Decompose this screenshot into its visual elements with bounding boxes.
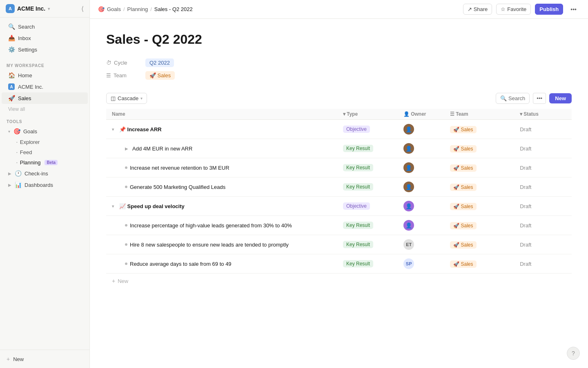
type-badge: Objective: [343, 126, 370, 133]
cell-team: 🚀 Sales: [446, 197, 516, 216]
add-new-row[interactable]: + New: [106, 274, 572, 288]
sidebar-item-feed[interactable]: • Feed: [2, 147, 88, 157]
table-row[interactable]: ▶Add 4M EUR in new ARRKey Result👤🚀 Sales…: [106, 139, 572, 158]
table-row[interactable]: Hire 8 new salespeople to ensure new lea…: [106, 235, 572, 254]
team-tag: 🚀 Sales: [450, 203, 476, 210]
cell-status: Draft: [516, 158, 572, 177]
dot-icon: •: [16, 140, 18, 144]
status-badge: Draft: [520, 203, 531, 209]
sidebar-item-view-all[interactable]: View all: [2, 104, 88, 114]
row-name[interactable]: 📈 Speed up deal velocity: [119, 203, 185, 209]
topbar-actions: ↗ Share ☆ Favorite Publish •••: [463, 4, 580, 15]
expand-icon[interactable]: ▾: [112, 127, 117, 132]
sidebar-new-button[interactable]: + New: [0, 353, 89, 365]
sidebar-footer: + New: [0, 350, 89, 368]
cell-type: Key Result: [339, 235, 399, 254]
favorite-button[interactable]: ☆ Favorite: [496, 4, 531, 15]
breadcrumb-sep-1: /: [123, 6, 125, 12]
col-header-team: ☰Team: [446, 109, 516, 120]
help-button[interactable]: ?: [567, 347, 580, 360]
row-name[interactable]: Generate 500 Marketing Qualified Leads: [130, 184, 225, 190]
expand-icon: ▶: [8, 171, 11, 176]
avatar: 👤: [403, 182, 414, 192]
sidebar-item-settings[interactable]: ⚙️ Settings: [2, 44, 88, 55]
cell-team: 🚀 Sales: [446, 254, 516, 274]
row-name[interactable]: Add 4M EUR in new ARR: [132, 146, 192, 152]
cascade-button[interactable]: ◫ Cascade ▾: [106, 93, 147, 104]
page-meta: ⏱ Cycle Q2 2022 ☰ Team 🚀 Sales: [106, 58, 572, 80]
breadcrumb-goals-icon: 🎯: [98, 6, 105, 12]
type-filter-icon: ▾: [343, 111, 345, 117]
cell-team: 🚀 Sales: [446, 158, 516, 177]
breadcrumb-goals[interactable]: Goals: [107, 6, 121, 12]
sidebar-collapse-button[interactable]: ⟨: [81, 5, 84, 13]
chevron-down-icon: ▾: [8, 129, 10, 134]
goals-icon: 🎯: [13, 128, 20, 135]
cycle-icon: ⏱: [106, 60, 111, 66]
meta-cycle-row: ⏱ Cycle Q2 2022: [106, 58, 572, 67]
sidebar-item-check-ins[interactable]: ▶ 🕐 Check-ins: [2, 168, 88, 179]
cell-status: Draft: [516, 139, 572, 158]
expand-icon[interactable]: ▶: [125, 146, 130, 151]
share-icon: ↗: [468, 6, 472, 12]
cell-type: Key Result: [339, 158, 399, 177]
cell-name: Generate 500 Marketing Qualified Leads: [106, 177, 339, 197]
sidebar-item-planning[interactable]: • Planning Beta: [2, 157, 88, 168]
my-workspace-label: MY WORKSPACE: [0, 58, 89, 70]
cell-team: 🚀 Sales: [446, 177, 516, 197]
table-row[interactable]: Increase net revenue retention to 3M EUR…: [106, 158, 572, 177]
sidebar-item-acme[interactable]: A ACME Inc.: [2, 81, 88, 92]
cell-owner: SP: [399, 254, 446, 274]
expand-icon[interactable]: ▾: [112, 204, 117, 209]
share-button[interactable]: ↗ Share: [463, 4, 492, 15]
acme-icon: A: [8, 83, 15, 90]
row-name[interactable]: 📌 Increase ARR: [119, 126, 162, 132]
table-row[interactable]: ▾📈 Speed up deal velocityObjective👤🚀 Sal…: [106, 197, 572, 216]
team-tag: 🚀 Sales: [450, 126, 476, 133]
row-name[interactable]: Hire 8 new salespeople to ensure new lea…: [130, 242, 289, 248]
table-search-button[interactable]: 🔍 Search: [496, 93, 530, 104]
table-new-button[interactable]: New: [549, 93, 572, 103]
table-row[interactable]: Reduce average days to sale from 69 to 4…: [106, 254, 572, 274]
more-options-button[interactable]: •••: [567, 4, 580, 15]
cell-owner: 👤: [399, 216, 446, 235]
row-name[interactable]: Increase net revenue retention to 3M EUR: [130, 165, 229, 171]
table-row[interactable]: Generate 500 Marketing Qualified LeadsKe…: [106, 177, 572, 197]
row-name[interactable]: Reduce average days to sale from 69 to 4…: [130, 261, 232, 267]
sidebar-top-nav: 🔍 Search 📥 Inbox ⚙️ Settings: [0, 18, 89, 58]
cell-type: Objective: [339, 120, 399, 139]
sidebar-item-goals[interactable]: ▾ 🎯 Goals: [2, 126, 88, 137]
cycle-value[interactable]: Q2 2022: [145, 58, 174, 67]
cell-status: Draft: [516, 254, 572, 274]
team-tag: 🚀 Sales: [450, 184, 476, 191]
cycle-label: ⏱ Cycle: [106, 60, 139, 66]
table-more-button[interactable]: •••: [533, 93, 546, 104]
sidebar-item-dashboards[interactable]: ▶ 📊 Dashboards: [2, 179, 88, 191]
dot-icon: •: [16, 161, 18, 164]
sidebar-item-sales[interactable]: 🚀 Sales: [2, 92, 88, 104]
plus-icon: +: [7, 356, 10, 362]
workspace-title[interactable]: A ACME Inc. ▾: [6, 4, 50, 13]
sidebar-item-home[interactable]: 🏠 Home: [2, 70, 88, 81]
cell-status: Draft: [516, 235, 572, 254]
team-value[interactable]: 🚀 Sales: [145, 71, 175, 80]
type-badge: Objective: [343, 202, 370, 210]
table-toolbar: ◫ Cascade ▾ 🔍 Search ••• New: [106, 93, 572, 104]
page-title: Sales - Q2 2022: [106, 32, 572, 47]
breadcrumb-current: Sales - Q2 2022: [154, 6, 193, 12]
breadcrumb-planning[interactable]: Planning: [127, 6, 148, 12]
table-row[interactable]: ▾📌 Increase ARRObjective👤🚀 SalesDraft: [106, 120, 572, 139]
home-icon: 🏠: [8, 72, 15, 79]
cell-name: Hire 8 new salespeople to ensure new lea…: [106, 235, 339, 254]
table-row[interactable]: Increase percentage of high-value leads …: [106, 216, 572, 235]
sidebar-item-search[interactable]: 🔍 Search: [2, 21, 88, 32]
list-icon: ☰: [450, 111, 454, 117]
avatar: 👤: [403, 162, 414, 173]
sidebar-item-explorer[interactable]: • Explorer: [2, 137, 88, 147]
sidebar-item-inbox[interactable]: 📥 Inbox: [2, 32, 88, 44]
row-bullet: [125, 186, 127, 188]
cell-owner: ET: [399, 235, 446, 254]
cell-status: Draft: [516, 177, 572, 197]
publish-button[interactable]: Publish: [535, 4, 563, 15]
row-name[interactable]: Increase percentage of high-value leads …: [130, 222, 292, 229]
